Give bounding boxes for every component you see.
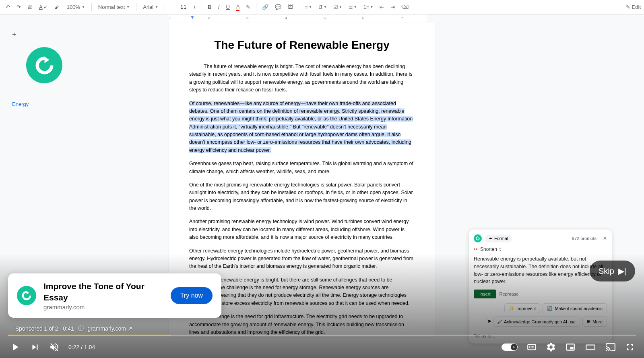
text-color-button[interactable]: A bbox=[234, 2, 242, 12]
svg-rect-4 bbox=[586, 345, 595, 350]
doc-paragraph: The future of renewable energy is bright… bbox=[189, 63, 415, 94]
highlight-button[interactable]: ✎ bbox=[244, 2, 253, 12]
decrease-indent-button[interactable]: ⇤ bbox=[377, 2, 386, 12]
undo-button[interactable]: ↶ bbox=[3, 2, 12, 12]
style-select[interactable]: Normal text▼ bbox=[95, 2, 133, 12]
mute-button[interactable] bbox=[49, 342, 60, 352]
line-spacing-button[interactable]: ⇵ ▼ bbox=[316, 2, 329, 12]
cc-button[interactable]: CC bbox=[526, 342, 537, 352]
indent-marker-icon[interactable]: ▼ bbox=[190, 14, 195, 20]
acknowledge-chip[interactable]: 🖊Acknowledge Grammarly gen AI use bbox=[493, 317, 580, 327]
settings-button[interactable] bbox=[546, 342, 556, 352]
close-button[interactable]: ✕ bbox=[603, 236, 607, 241]
sidebar: + Energy bbox=[0, 23, 72, 109]
clear-format-button[interactable]: ⌫ bbox=[399, 2, 411, 12]
bulleted-list-button[interactable]: ≣ ▼ bbox=[346, 2, 359, 12]
grid-icon: ⊞ bbox=[587, 319, 590, 324]
underline-button[interactable]: U bbox=[223, 2, 232, 12]
ad-card[interactable]: Improve the Tone of Your Essay grammarly… bbox=[8, 273, 221, 318]
skip-ad-button[interactable]: Skip ▶| bbox=[590, 261, 635, 281]
ruler-mark: 1 bbox=[169, 16, 171, 20]
italic-button[interactable]: I bbox=[216, 2, 222, 12]
doc-paragraph: Other renewable energy technologies incl… bbox=[189, 247, 415, 271]
cast-button[interactable] bbox=[605, 342, 616, 352]
print-button[interactable]: 🖶 bbox=[25, 2, 35, 12]
redo-button[interactable]: ↷ bbox=[14, 2, 23, 12]
action-title: ✂Shorten it bbox=[474, 246, 607, 252]
rephrase-button[interactable]: Rephrase bbox=[500, 290, 519, 298]
doc-paragraph-selected: Of course, renewables—like any source of… bbox=[189, 100, 415, 155]
checklist-button[interactable]: ☑ ▼ bbox=[331, 2, 345, 12]
paint-format-button[interactable]: 🖌 bbox=[52, 2, 62, 12]
grammarly-logo-icon bbox=[26, 47, 62, 83]
pen-icon: 🖊 bbox=[497, 319, 502, 324]
time-display: 0:22 / 1:04 bbox=[68, 344, 95, 350]
ruler-mark: 4 bbox=[285, 16, 287, 20]
info-icon[interactable]: ⓘ bbox=[78, 325, 84, 332]
ad-logo-icon bbox=[17, 286, 36, 305]
doc-paragraph: Another promising renewable energy techn… bbox=[189, 218, 415, 241]
tone-badge[interactable]: ✒Formal bbox=[485, 235, 512, 242]
docs-toolbar: ↶ ↷ 🖶 A✓ 🖌 100%▼ Normal text▼ Arial▼ − +… bbox=[0, 0, 644, 14]
ad-domain: grammarly.com bbox=[43, 304, 163, 310]
suggestion-text: Renewable energy is perpetually availabl… bbox=[474, 255, 607, 286]
doc-title: The Future of Renewable Energy bbox=[189, 39, 415, 52]
theater-button[interactable] bbox=[584, 342, 597, 352]
align-button[interactable]: ≡ ▼ bbox=[302, 2, 314, 12]
ad-meta: Sponsored 1 of 2 · 0:41 ⓘ grammarly.com … bbox=[15, 325, 132, 332]
ad-sponsored-text: Sponsored 1 of 2 · 0:41 bbox=[15, 325, 74, 332]
next-button[interactable] bbox=[30, 342, 40, 352]
ad-title: Improve the Tone of Your Essay bbox=[43, 281, 163, 303]
svg-rect-3 bbox=[570, 347, 574, 350]
grammarly-icon bbox=[474, 234, 482, 242]
ruler-mark: 3 bbox=[246, 16, 248, 20]
editing-mode-button[interactable]: ✎ Edit bbox=[626, 4, 641, 10]
academic-chip[interactable]: 🔄Make it sound academic bbox=[543, 303, 607, 313]
grammarly-panel: ✒Formal 972 prompts ✕ ✂Shorten it Renewa… bbox=[469, 230, 612, 344]
cursor-icon: ➤ bbox=[487, 318, 492, 324]
increase-font-button[interactable]: + bbox=[191, 2, 199, 12]
refresh-icon: 🔄 bbox=[547, 306, 553, 311]
add-tab-button[interactable]: + bbox=[12, 31, 17, 39]
improve-chip[interactable]: ✨Improve it bbox=[504, 303, 540, 313]
ruler-mark: 7 bbox=[401, 16, 403, 20]
font-size-input[interactable] bbox=[178, 3, 189, 11]
zoom-select[interactable]: 100%▼ bbox=[64, 2, 88, 12]
insert-button[interactable]: Insert bbox=[474, 290, 496, 298]
ruler-mark: 6 bbox=[362, 16, 364, 20]
ruler-mark: 5 bbox=[324, 16, 326, 20]
comment-button[interactable]: 💬 bbox=[272, 2, 284, 12]
doc-paragraph: Greenhouse gases trap heat, raising surf… bbox=[189, 160, 415, 176]
numbered-list-button[interactable]: 1≡ ▼ bbox=[361, 2, 376, 12]
prompts-count[interactable]: 972 prompts bbox=[572, 236, 597, 241]
increase-indent-button[interactable]: ⇥ bbox=[388, 2, 397, 12]
ad-link[interactable]: grammarly.com ↗ bbox=[88, 325, 132, 332]
image-button[interactable]: 🖼 bbox=[285, 2, 295, 12]
more-chip[interactable]: ⊞More bbox=[582, 317, 607, 327]
link-button[interactable]: 🔗 bbox=[260, 2, 271, 12]
feather-icon: ✒ bbox=[489, 236, 493, 241]
fullscreen-button[interactable] bbox=[625, 342, 635, 352]
spellcheck-button[interactable]: A✓ bbox=[37, 2, 50, 12]
doc-paragraph: One of the most promising renewable ener… bbox=[189, 181, 415, 213]
video-controls: 0:22 / 1:04 CC bbox=[0, 336, 644, 358]
ruler[interactable]: ▼ 1 2 3 4 5 6 7 bbox=[169, 14, 427, 23]
ad-cta-button[interactable]: Try now bbox=[171, 287, 213, 304]
play-button[interactable] bbox=[9, 341, 21, 353]
outline-item[interactable]: Energy bbox=[12, 99, 72, 109]
doc-paragraph: Another challenge is the need for grid i… bbox=[189, 313, 415, 336]
miniplayer-button[interactable] bbox=[565, 342, 576, 352]
svg-text:CC: CC bbox=[529, 345, 535, 349]
skip-icon: ▶| bbox=[618, 266, 626, 276]
font-select[interactable]: Arial▼ bbox=[140, 2, 161, 12]
bold-button[interactable]: B bbox=[205, 2, 214, 12]
doc-paragraph: The future of renewable energy is bright… bbox=[189, 276, 415, 308]
decrease-font-button[interactable]: − bbox=[168, 2, 176, 12]
shorten-icon: ✂ bbox=[474, 246, 478, 252]
ruler-mark: 2 bbox=[208, 16, 210, 20]
wand-icon: ✨ bbox=[509, 306, 514, 311]
autoplay-toggle[interactable] bbox=[502, 344, 518, 351]
